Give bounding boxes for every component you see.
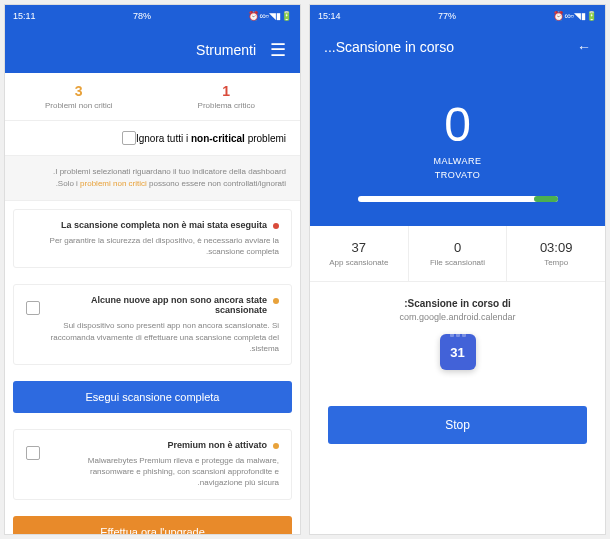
stat-time-label: Tempo (511, 258, 601, 267)
scan-progress-area: 0 MALWARE TROVATO (310, 67, 605, 226)
status-battery: 78% (133, 11, 151, 21)
card2-body: Sul dispositivo sono presenti app non an… (48, 320, 279, 354)
scan-info-package: com.google.android.calendar (320, 312, 595, 322)
left-phone-screen: 🔋▮◥▫∞⏰ 77% 15:14 → Scansione in corso...… (309, 4, 606, 535)
stop-button[interactable]: Stop (328, 406, 587, 444)
issue-card-2: Alcune nuove app non sono ancora state s… (13, 284, 292, 365)
ignore-all-checkbox[interactable] (122, 131, 136, 145)
stat-apps-value: 37 (314, 240, 404, 255)
menu-icon[interactable]: ☰ (270, 39, 286, 61)
status-left-icons: 🔋▮◥▫∞⏰ (248, 11, 292, 21)
note-line-1: I problemi selezionati riguardano il tuo… (19, 166, 286, 178)
right-phone-screen: 🔋▮◥▫∞⏰ 78% 15:11 ☰ Strumenti 1 Problema … (4, 4, 301, 535)
noncritical-label: Problemi non critici (9, 101, 149, 110)
scan-info-title: Scansione in corso di: (320, 298, 595, 309)
calendar-app-icon: 31 (440, 334, 476, 370)
info-note: I problemi selezionati riguardano il tuo… (5, 156, 300, 201)
malware-count: 0 (444, 97, 471, 152)
card3-checkbox[interactable] (26, 446, 40, 460)
critical-dot-icon (273, 223, 279, 229)
critical-label: Problema critico (157, 101, 297, 110)
note-line-2: Solo i problemi non critici possono esse… (19, 178, 286, 190)
issue-card-3: Premium non è attivato Malwarebytes Prem… (13, 429, 292, 500)
stat-apps: 37 App scansionate (310, 226, 408, 281)
malware-label-1: MALWARE (434, 156, 482, 166)
scan-title: Scansione in corso... (324, 39, 454, 55)
scan-info-box: Scansione in corso di: com.google.androi… (310, 282, 605, 398)
stat-files-label: File scansionati (413, 258, 503, 267)
status-battery: 77% (438, 11, 456, 21)
malware-label-2: TROVATO (435, 170, 481, 180)
card3-body: Malwarebytes Premium rileva e protegge d… (48, 455, 279, 489)
status-left-icons: 🔋▮◥▫∞⏰ (553, 11, 597, 21)
progress-bar (358, 196, 558, 202)
card3-title: Premium non è attivato (48, 440, 267, 450)
noncritical-number: 3 (9, 83, 149, 99)
status-time: 15:14 (318, 11, 341, 21)
critical-count[interactable]: 1 Problema critico (153, 73, 301, 120)
noncritical-dot-icon (273, 298, 279, 304)
card2-checkbox[interactable] (26, 301, 40, 315)
upgrade-button[interactable]: Effettua ora l'upgrade (13, 516, 292, 535)
status-time: 15:11 (13, 11, 36, 21)
noncritical-dot-icon (273, 443, 279, 449)
ignore-text: Ignora tutti i non-critical problemi (136, 133, 286, 144)
issue-counts-row: 1 Problema critico 3 Problemi non critic… (5, 73, 300, 121)
right-content: 1 Problema critico 3 Problemi non critic… (5, 73, 300, 534)
stat-files-value: 0 (413, 240, 503, 255)
stat-apps-label: App scansionate (314, 258, 404, 267)
card1-body: Per garantire la sicurezza del dispositi… (26, 235, 279, 257)
stat-files: 0 File scansionati (408, 226, 507, 281)
progress-fill (534, 196, 558, 202)
full-scan-button[interactable]: Esegui scansione completa (13, 381, 292, 413)
stat-time: 03:09 Tempo (506, 226, 605, 281)
tools-title: Strumenti (196, 42, 256, 58)
tools-header: ☰ Strumenti (5, 27, 300, 73)
card1-title: La scansione completa non è mai stata es… (26, 220, 267, 230)
stat-time-value: 03:09 (511, 240, 601, 255)
critical-number: 1 (157, 83, 297, 99)
back-arrow-icon[interactable]: → (577, 39, 591, 55)
status-bar: 🔋▮◥▫∞⏰ 77% 15:14 (310, 5, 605, 27)
noncritical-count[interactable]: 3 Problemi non critici (5, 73, 153, 120)
scan-header: → Scansione in corso... (310, 27, 605, 67)
card2-title: Alcune nuove app non sono ancora state s… (48, 295, 267, 315)
issue-card-1: La scansione completa non è mai stata es… (13, 209, 292, 268)
stats-row: 03:09 Tempo 0 File scansionati 37 App sc… (310, 226, 605, 282)
status-bar: 🔋▮◥▫∞⏰ 78% 15:11 (5, 5, 300, 27)
ignore-all-row: Ignora tutti i non-critical problemi (5, 121, 300, 156)
